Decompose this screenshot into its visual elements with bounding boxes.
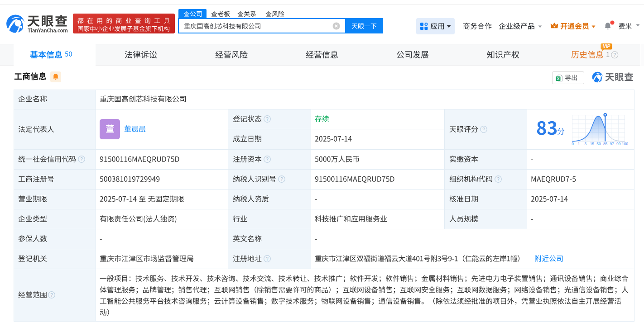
svg-text:3: 3 [584, 142, 586, 146]
svg-text:VIP: VIP [603, 44, 610, 49]
svg-text:?: ? [266, 256, 269, 261]
svg-text:?: ? [482, 127, 485, 132]
svg-text:15: 15 [590, 142, 595, 146]
svg-text:100: 100 [622, 142, 628, 146]
svg-text:X: X [557, 76, 560, 81]
svg-text:?: ? [266, 156, 269, 161]
svg-text:0: 0 [572, 142, 574, 146]
svg-text:50: 50 [596, 142, 601, 146]
svg-text:?: ? [280, 176, 283, 181]
svg-text:?: ? [80, 156, 83, 161]
svg-text:?: ? [613, 52, 616, 57]
svg-text:85: 85 [603, 142, 608, 146]
svg-text:?: ? [266, 117, 269, 122]
svg-text:?: ? [497, 176, 500, 181]
svg-text:97: 97 [610, 142, 614, 146]
svg-text:?: ? [50, 293, 53, 298]
svg-text:1: 1 [578, 142, 580, 146]
svg-text:99: 99 [616, 142, 621, 146]
